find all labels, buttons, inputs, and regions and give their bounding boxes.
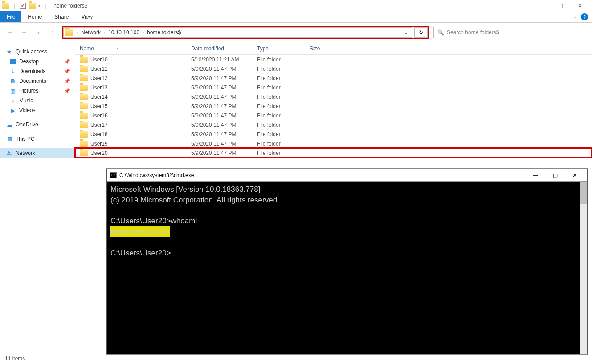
qat-dropdown-icon[interactable]: ▾ bbox=[38, 4, 41, 8]
cmd-icon: C:\ bbox=[110, 172, 117, 178]
cmd-close-button[interactable]: ✕ bbox=[565, 169, 584, 182]
help-icon[interactable]: ? bbox=[581, 13, 588, 20]
tab-share[interactable]: Share bbox=[48, 11, 75, 22]
cmd-scrollbar[interactable] bbox=[580, 182, 587, 354]
forward-button[interactable]: → bbox=[19, 28, 29, 37]
cell-type: File folder bbox=[257, 94, 310, 100]
maximize-button[interactable]: ▢ bbox=[551, 0, 570, 11]
tab-home[interactable]: Home bbox=[21, 11, 48, 22]
up-button[interactable]: ↑ bbox=[48, 28, 57, 37]
cell-name: User18 bbox=[90, 131, 191, 138]
sidebar-item-pictures[interactable]: ▦Pictures📌 bbox=[0, 86, 75, 96]
breadcrumb-folder[interactable]: home folders$ bbox=[145, 29, 183, 36]
cmd-scrollbar-thumb[interactable] bbox=[580, 182, 587, 204]
documents-icon: 🗎 bbox=[9, 77, 16, 85]
cell-name: User20 bbox=[90, 150, 191, 156]
sidebar-item-videos[interactable]: ▶Videos bbox=[0, 105, 75, 115]
cell-name: User12 bbox=[90, 75, 191, 81]
cell-type: File folder bbox=[257, 122, 310, 128]
address-bar[interactable]: › Network › 10.10.10.100 › home folders$… bbox=[63, 27, 412, 38]
address-dropdown-icon[interactable]: ⌄ bbox=[404, 30, 408, 35]
cell-date: 5/9/2020 11:47 PM bbox=[191, 66, 257, 72]
folder-icon bbox=[80, 150, 88, 156]
sidebar-item-music[interactable]: ♪Music bbox=[0, 96, 75, 105]
recent-locations-icon[interactable]: ▾ bbox=[33, 28, 43, 37]
column-name[interactable]: Name⌃ bbox=[75, 45, 191, 52]
cell-date: 5/9/2020 11:47 PM bbox=[191, 141, 257, 147]
cmd-line: (c) 2019 Microsoft Corporation. All righ… bbox=[110, 195, 584, 206]
cmd-body[interactable]: Microsoft Windows [Version 10.0.18363.77… bbox=[107, 182, 587, 354]
pin-icon: 📌 bbox=[64, 88, 70, 94]
table-row[interactable]: User185/9/2020 11:47 PMFile folder bbox=[75, 129, 592, 139]
minimize-button[interactable]: — bbox=[531, 0, 551, 11]
window-title: home folders$ bbox=[53, 3, 87, 9]
folder-icon bbox=[80, 57, 88, 63]
table-row[interactable]: User145/9/2020 11:47 PMFile folder bbox=[75, 92, 592, 101]
table-row[interactable]: User165/9/2020 11:47 PMFile folder bbox=[75, 111, 592, 120]
status-item-count: 11 items bbox=[5, 356, 25, 362]
qat-properties-icon[interactable]: ✔ bbox=[20, 3, 26, 9]
star-icon: ★ bbox=[6, 48, 13, 55]
sort-indicator-icon: ⌃ bbox=[116, 47, 119, 51]
cell-type: File folder bbox=[257, 75, 310, 81]
cell-name: User15 bbox=[90, 103, 191, 109]
navigation-pane: ★ Quick access Desktop📌 ⭳Downloads📌 🗎Doc… bbox=[0, 42, 75, 353]
qat-open-icon[interactable] bbox=[29, 3, 36, 9]
status-bar: 11 items bbox=[0, 353, 592, 364]
table-row[interactable]: User155/9/2020 11:47 PMFile folder bbox=[75, 101, 592, 111]
cmd-minimize-button[interactable]: — bbox=[526, 169, 545, 182]
cell-name: User11 bbox=[90, 66, 191, 72]
table-row[interactable]: User135/9/2020 11:47 PMFile folder bbox=[75, 83, 592, 92]
column-headers: Name⌃ Date modified Type Size bbox=[75, 42, 592, 55]
sidebar-onedrive[interactable]: ☁OneDrive bbox=[0, 120, 75, 129]
sidebar-quick-access[interactable]: ★ Quick access bbox=[0, 47, 75, 57]
cell-name: User14 bbox=[90, 94, 191, 100]
chevron-right-icon[interactable]: › bbox=[102, 30, 106, 35]
cell-date: 5/9/2020 11:47 PM bbox=[191, 85, 257, 91]
cmd-line: C:\Users\User20>whoami bbox=[110, 216, 584, 226]
sidebar-item-documents[interactable]: 🗎Documents📌 bbox=[0, 76, 75, 86]
search-box[interactable]: 🔍 Search home folders$ bbox=[433, 27, 587, 38]
table-row[interactable]: User175/9/2020 11:47 PMFile folder bbox=[75, 120, 592, 129]
ribbon: File Home Share View ⌄ ? bbox=[0, 11, 592, 23]
folder-icon bbox=[80, 75, 88, 81]
table-row[interactable]: User115/9/2020 11:47 PMFile folder bbox=[75, 64, 592, 73]
tab-view[interactable]: View bbox=[75, 11, 99, 22]
cell-type: File folder bbox=[257, 131, 310, 138]
chevron-right-icon[interactable]: › bbox=[141, 30, 145, 35]
column-date[interactable]: Date modified bbox=[191, 45, 257, 52]
folder-icon bbox=[80, 141, 88, 147]
cmd-line: C:\Users\User20> bbox=[110, 248, 584, 259]
sidebar-item-downloads[interactable]: ⭳Downloads📌 bbox=[0, 66, 75, 76]
table-row[interactable]: User105/10/2020 11:21 AMFile folder bbox=[75, 55, 592, 64]
table-row[interactable]: User125/9/2020 11:47 PMFile folder bbox=[75, 73, 592, 83]
sidebar-thispc[interactable]: 🖥This PC bbox=[0, 134, 75, 144]
breadcrumb-host[interactable]: 10.10.10.100 bbox=[106, 29, 141, 36]
cell-date: 5/9/2020 11:47 PM bbox=[191, 103, 257, 109]
refresh-button[interactable]: ↻ bbox=[414, 27, 428, 38]
table-row[interactable]: User205/9/2020 11:47 PMFile folder bbox=[75, 148, 592, 158]
back-button[interactable]: ← bbox=[5, 28, 15, 37]
cmd-maximize-button[interactable]: ▢ bbox=[545, 169, 565, 182]
file-tab[interactable]: File bbox=[0, 11, 21, 22]
close-button[interactable]: ✕ bbox=[570, 0, 590, 11]
cmd-output-highlight: firatboyan\user20 bbox=[110, 226, 584, 237]
thispc-icon: 🖥 bbox=[6, 135, 13, 142]
chevron-right-icon[interactable]: › bbox=[75, 30, 79, 35]
cell-type: File folder bbox=[257, 103, 310, 109]
ribbon-expand-icon[interactable]: ⌄ bbox=[573, 14, 577, 20]
videos-icon: ▶ bbox=[9, 107, 16, 114]
cmd-titlebar[interactable]: C:\ C:\Windows\system32\cmd.exe — ▢ ✕ bbox=[107, 169, 587, 182]
column-size[interactable]: Size bbox=[310, 45, 354, 52]
cell-type: File folder bbox=[257, 150, 310, 156]
pictures-icon: ▦ bbox=[9, 87, 16, 94]
column-type[interactable]: Type bbox=[257, 45, 310, 52]
cmd-window: C:\ C:\Windows\system32\cmd.exe — ▢ ✕ Mi… bbox=[106, 169, 588, 354]
table-row[interactable]: User195/9/2020 11:47 PMFile folder bbox=[75, 139, 592, 148]
sidebar-network[interactable]: 🖧Network bbox=[0, 148, 75, 158]
sidebar-item-desktop[interactable]: Desktop📌 bbox=[0, 57, 75, 66]
folder-icon bbox=[80, 113, 88, 119]
breadcrumb-network[interactable]: Network bbox=[79, 29, 102, 36]
cmd-title-text: C:\Windows\system32\cmd.exe bbox=[119, 172, 194, 178]
cell-name: User17 bbox=[90, 122, 191, 128]
